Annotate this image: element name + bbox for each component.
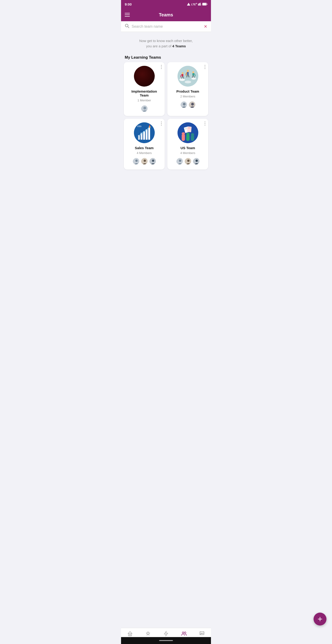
subtitle-text1: Now get to know each other better, bbox=[139, 39, 193, 43]
svg-point-46 bbox=[135, 160, 138, 162]
chats-icon bbox=[199, 631, 205, 638]
svg-point-62 bbox=[182, 132, 185, 134]
svg-point-49 bbox=[144, 160, 146, 162]
member-avatar-u3 bbox=[192, 158, 200, 165]
team-card-sales[interactable]: CES Sales Team 4 Members bbox=[124, 119, 165, 170]
buzz-icon bbox=[163, 631, 169, 638]
team-name-sales: Sales Team bbox=[135, 146, 154, 150]
svg-rect-79 bbox=[129, 634, 131, 636]
status-bar: 9:00 LTER bbox=[121, 0, 211, 8]
svg-rect-40 bbox=[148, 128, 150, 140]
home-indicator bbox=[159, 640, 173, 641]
lte-label: LTER bbox=[191, 2, 197, 6]
svg-point-16 bbox=[185, 80, 191, 83]
member-count-product: 2 Members bbox=[180, 95, 195, 98]
status-icons: LTER bbox=[187, 2, 207, 6]
member-avatar-u2 bbox=[184, 158, 192, 165]
svg-rect-4 bbox=[201, 4, 201, 6]
svg-marker-0 bbox=[187, 3, 190, 6]
svg-point-25 bbox=[192, 71, 194, 73]
svg-rect-26 bbox=[192, 73, 194, 76]
svg-text:CES: CES bbox=[137, 125, 142, 128]
svg-rect-1 bbox=[198, 4, 199, 6]
svg-point-33 bbox=[191, 103, 194, 106]
svg-point-14 bbox=[179, 78, 185, 81]
svg-point-30 bbox=[183, 103, 186, 106]
member-avatar-2a bbox=[180, 101, 187, 108]
svg-point-71 bbox=[187, 160, 189, 162]
member-avatar-2b bbox=[188, 101, 196, 108]
member-avatar-s3 bbox=[149, 158, 156, 165]
svg-point-81 bbox=[182, 632, 184, 634]
svg-line-60 bbox=[188, 128, 190, 128]
team-card-implementation[interactable]: ImplementationTeam 1 Member bbox=[124, 62, 165, 116]
search-icon bbox=[125, 24, 129, 29]
team-card-us[interactable]: US Team 4 Members bbox=[167, 119, 208, 170]
home-icon bbox=[127, 631, 133, 638]
svg-rect-61 bbox=[182, 134, 185, 141]
subtitle-text2: you are a part of bbox=[146, 44, 172, 48]
svg-rect-78 bbox=[128, 634, 132, 636]
member-avatar-s2 bbox=[141, 158, 148, 165]
search-input[interactable] bbox=[132, 24, 201, 29]
svg-rect-65 bbox=[191, 135, 194, 141]
app-header: Teams bbox=[121, 8, 211, 21]
menu-button[interactable] bbox=[125, 13, 130, 17]
leaderboard-icon bbox=[145, 631, 151, 638]
member-count-implementation: 1 Member bbox=[137, 98, 151, 102]
svg-rect-2 bbox=[199, 3, 200, 6]
card-menu-sales[interactable] bbox=[161, 122, 162, 126]
team-name-product: Product Team bbox=[176, 89, 199, 93]
svg-rect-63 bbox=[186, 134, 189, 141]
system-bar bbox=[121, 637, 211, 644]
svg-rect-7 bbox=[203, 3, 206, 5]
member-avatars-us bbox=[176, 158, 200, 165]
team-name-implementation: ImplementationTeam bbox=[131, 89, 157, 97]
teams-grid: ImplementationTeam 1 Member bbox=[121, 62, 211, 172]
team-avatar-implementation bbox=[134, 66, 155, 86]
card-menu-us[interactable] bbox=[204, 122, 205, 126]
team-name-us: US Team bbox=[180, 146, 195, 150]
svg-point-66 bbox=[191, 133, 194, 136]
svg-point-74 bbox=[195, 160, 198, 162]
member-avatar-u1 bbox=[176, 158, 183, 165]
svg-point-11 bbox=[143, 107, 146, 110]
search-bar: ✕ bbox=[121, 21, 211, 32]
svg-rect-6 bbox=[207, 4, 207, 5]
card-menu-implementation[interactable] bbox=[161, 65, 162, 69]
subtitle-section: Now get to know each other better, you a… bbox=[121, 32, 211, 51]
member-avatar-s1 bbox=[132, 158, 140, 165]
svg-point-68 bbox=[179, 160, 181, 162]
teams-icon bbox=[181, 631, 187, 638]
member-avatar-1 bbox=[141, 105, 148, 112]
page-title: Teams bbox=[159, 12, 173, 18]
section-title: My Learning Teams bbox=[121, 51, 211, 62]
team-avatar-product bbox=[177, 66, 198, 86]
member-avatars-product bbox=[180, 101, 196, 108]
search-clear-button[interactable]: ✕ bbox=[204, 24, 207, 29]
svg-line-9 bbox=[128, 27, 129, 28]
svg-point-64 bbox=[186, 133, 189, 135]
svg-rect-3 bbox=[200, 3, 201, 6]
svg-point-17 bbox=[187, 70, 189, 72]
svg-rect-18 bbox=[187, 72, 189, 75]
member-avatars-implementation bbox=[141, 105, 148, 112]
svg-line-59 bbox=[188, 128, 190, 128]
teams-count-bold: 4 Teams bbox=[172, 44, 186, 48]
member-avatars-sales bbox=[132, 158, 156, 165]
member-count-sales: 4 Members bbox=[137, 151, 152, 155]
svg-rect-39 bbox=[146, 129, 148, 140]
card-menu-product[interactable] bbox=[204, 65, 205, 69]
svg-rect-56 bbox=[187, 126, 191, 132]
svg-point-15 bbox=[191, 77, 196, 80]
svg-marker-80 bbox=[146, 632, 150, 635]
team-card-product[interactable]: Product Team 2 Members bbox=[167, 62, 208, 116]
status-time: 9:00 bbox=[125, 2, 132, 6]
svg-point-52 bbox=[152, 160, 154, 162]
svg-point-21 bbox=[182, 72, 183, 74]
team-avatar-us bbox=[177, 122, 198, 143]
svg-point-8 bbox=[125, 24, 128, 27]
member-count-us: 4 Members bbox=[180, 151, 195, 155]
svg-rect-22 bbox=[182, 74, 183, 76]
team-avatar-sales: CES bbox=[134, 122, 155, 143]
